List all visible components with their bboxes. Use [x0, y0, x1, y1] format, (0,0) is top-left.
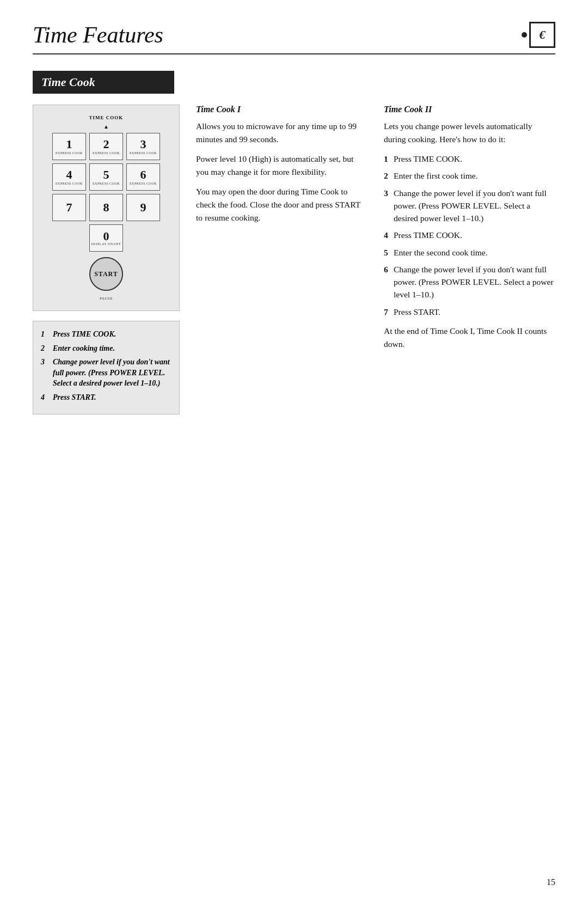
col2-step-2: 2 Enter the first cook time. [384, 169, 555, 182]
col1-title: Time Cook I [196, 105, 367, 114]
keypad-diagram: TIME COOK ▲ 1 EXPRESS COOK 2 EXPRESS COO… [33, 105, 180, 311]
key-6[interactable]: 6 EXPRESS COOK [126, 163, 160, 191]
left-step-3: 3 Change power level if you don't want f… [41, 357, 171, 389]
brand-logo: € [529, 22, 555, 48]
col1-para-2: Power level 10 (High) is automatically s… [196, 152, 367, 179]
col2-step-5: 5 Enter the second cook time. [384, 246, 555, 259]
col2-step-4: 4 Press TIME COOK. [384, 229, 555, 241]
col2-step-6: 6 Change the power level if you don't wa… [384, 263, 555, 301]
key-1[interactable]: 1 EXPRESS COOK [52, 133, 86, 160]
page-number: 15 [547, 877, 555, 887]
page-title: Time Features [33, 22, 163, 48]
col2-intro: Lets you change power levels automatical… [384, 120, 555, 146]
left-step-1: 1 Press TIME COOK. [41, 329, 171, 340]
left-step-2: 2 Enter cooking time. [41, 343, 171, 354]
key-3[interactable]: 3 EXPRESS COOK [126, 133, 160, 160]
keypad-top-label: TIME COOK [89, 115, 124, 120]
right-panel: Time Cook I Allows you to microwave for … [196, 105, 555, 357]
key-0[interactable]: 0 DISPLAY ON/OFF [89, 224, 123, 252]
column-time-cook-1: Time Cook I Allows you to microwave for … [196, 105, 367, 357]
col1-para-3: You may open the door during Time Cook t… [196, 185, 367, 224]
key-7[interactable]: 7 [52, 194, 86, 221]
keypad-row-2: 4 EXPRESS COOK 5 EXPRESS COOK 6 EXPRESS … [52, 163, 160, 191]
col2-footer: At the end of Time Cook I, Time Cook II … [384, 325, 555, 351]
key-4[interactable]: 4 EXPRESS COOK [52, 163, 86, 191]
col1-para-1: Allows you to microwave for any time up … [196, 120, 367, 146]
main-content: TIME COOK ▲ 1 EXPRESS COOK 2 EXPRESS COO… [33, 105, 555, 414]
header-brand-icon: € [522, 22, 555, 48]
left-steps-list: 1 Press TIME COOK. 2 Enter cooking time.… [33, 321, 180, 414]
section-title: Time Cook [33, 71, 174, 94]
col2-step-1: 1 Press TIME COOK. [384, 152, 555, 165]
dot-icon [522, 32, 527, 38]
left-panel: TIME COOK ▲ 1 EXPRESS COOK 2 EXPRESS COO… [33, 105, 180, 414]
key-8[interactable]: 8 [89, 194, 123, 221]
key-5[interactable]: 5 EXPRESS COOK [89, 163, 123, 191]
keypad-arrow: ▲ [103, 124, 109, 130]
pause-label: PAUSE [100, 296, 113, 301]
column-time-cook-2: Time Cook II Lets you change power level… [384, 105, 555, 357]
col2-step-7: 7 Press START. [384, 306, 555, 318]
key-2[interactable]: 2 EXPRESS COOK [89, 133, 123, 160]
keypad-row-1: 1 EXPRESS COOK 2 EXPRESS COOK 3 EXPRESS … [52, 133, 160, 160]
page-header: Time Features € [33, 22, 555, 54]
start-label: START [94, 270, 118, 278]
keypad-row-3: 7 8 9 [52, 194, 160, 221]
page-container: Time Features € Time Cook TIME COOK ▲ 1 … [0, 0, 588, 909]
start-button[interactable]: START [89, 257, 123, 291]
col2-title: Time Cook II [384, 105, 555, 114]
keypad-row-4: 0 DISPLAY ON/OFF [89, 224, 123, 252]
left-step-4: 4 Press START. [41, 392, 171, 403]
col2-step-3: 3 Change the power level if you don't wa… [384, 187, 555, 225]
key-9[interactable]: 9 [126, 194, 160, 221]
